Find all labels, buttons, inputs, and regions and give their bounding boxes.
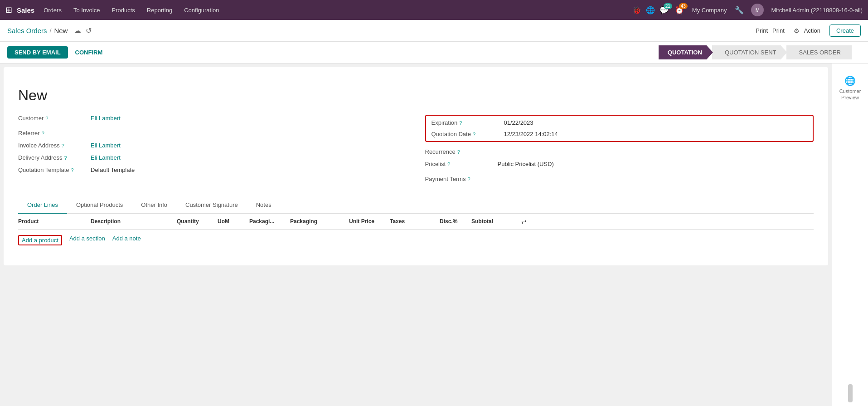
invoice-address-label: Invoice Address ? (18, 142, 91, 149)
customer-help[interactable]: ? (45, 116, 48, 121)
clock-icon-wrapper[interactable]: ⏰ 43 (675, 6, 684, 15)
pricelist-help[interactable]: ? (447, 161, 450, 167)
reset-icon[interactable]: ↺ (86, 26, 92, 35)
clock-badge: 43 (679, 3, 688, 9)
recurrence-help[interactable]: ? (457, 149, 460, 155)
expiration-help[interactable]: ? (459, 120, 462, 126)
payment-terms-value[interactable] (498, 173, 814, 181)
add-section-link[interactable]: Add a section (69, 235, 105, 245)
status-bar: QUOTATION QUOTATION SENT SALES ORDER (659, 45, 852, 59)
breadcrumb-bar: Sales Orders / New ☁ ↺ Print Print ⚙ Act… (0, 20, 868, 42)
col-unit-price: Unit Price (349, 218, 390, 225)
nav-products[interactable]: Products (107, 5, 139, 15)
action-bar: SEND BY EMAIL CONFIRM QUOTATION QUOTATIO… (0, 42, 868, 64)
nav-configuration[interactable]: Configuration (179, 5, 223, 15)
breadcrumb: Sales Orders / New ☁ ↺ (7, 26, 756, 35)
status-quotation-sent[interactable]: QUOTATION SENT (712, 45, 787, 59)
sidebar: 🌐 CustomerPreview (832, 64, 868, 406)
print-button[interactable]: Print (756, 27, 768, 34)
quotation-template-value[interactable]: Default Template (91, 166, 407, 173)
recurrence-label: Recurrence ? (425, 148, 498, 155)
delivery-address-label: Delivery Address ? (18, 154, 91, 161)
referrer-value[interactable] (91, 127, 407, 135)
tab-customer-signature[interactable]: Customer Signature (176, 197, 247, 214)
table-action-row: Add a product Add a section Add a note (18, 230, 814, 251)
user-name: Mitchell Admin (22118808-16-0-all) (771, 7, 863, 14)
field-delivery-address: Delivery Address ? Eli Lambert (18, 154, 407, 161)
field-customer: Customer ? Eli Lambert (18, 115, 407, 122)
gear-icon: ⚙ (794, 27, 800, 34)
highlighted-date-box: Expiration ? 01/22/2023 Quotation Date ? (425, 115, 814, 142)
add-product-link[interactable]: Add a product (18, 235, 62, 245)
status-quotation[interactable]: QUOTATION (659, 45, 713, 59)
action-label[interactable]: Action (804, 27, 820, 34)
add-note-link[interactable]: Add a note (112, 235, 141, 245)
form-left: Customer ? Eli Lambert Referrer ? (18, 115, 407, 188)
delivery-address-value[interactable]: Eli Lambert (91, 154, 407, 161)
invoice-address-value[interactable]: Eli Lambert (91, 142, 407, 149)
status-sales-order[interactable]: SALES ORDER (786, 45, 852, 59)
recurrence-value[interactable] (498, 146, 814, 154)
quotation-template-help[interactable]: ? (71, 167, 74, 173)
scrollbar[interactable] (848, 384, 853, 402)
customer-label: Customer ? (18, 115, 91, 122)
create-button[interactable]: Create (829, 24, 861, 37)
col-settings-icon[interactable]: ⇄ (521, 218, 535, 225)
pricelist-value[interactable]: Public Pricelist (USD) (498, 161, 814, 167)
referrer-label: Referrer ? (18, 130, 91, 137)
tab-order-lines[interactable]: Order Lines (18, 197, 67, 214)
brand-label: Sales (17, 6, 34, 14)
wrench-icon[interactable]: 🔧 (735, 6, 744, 15)
col-subtotal: Subtotal (471, 218, 521, 225)
field-payment-terms: Payment Terms ? (425, 173, 814, 182)
nav-to-invoice[interactable]: To Invoice (69, 5, 105, 15)
send-by-email-button[interactable]: SEND BY EMAIL (7, 46, 68, 59)
breadcrumb-current: New (54, 27, 68, 34)
print-label[interactable]: Print (772, 27, 785, 34)
form-container: New Customer ? Eli Lambert (4, 76, 828, 265)
top-nav-icons: 🐞 🌐 💬 21 ⏰ 43 My Company 🔧 M Mitchell Ad… (632, 4, 863, 16)
breadcrumb-parent[interactable]: Sales Orders (7, 27, 47, 34)
col-disc: Disc.% (440, 218, 471, 225)
referrer-help[interactable]: ? (42, 131, 44, 136)
col-product: Product (18, 218, 91, 225)
nav-reporting[interactable]: Reporting (142, 5, 177, 15)
payment-terms-label: Payment Terms ? (425, 176, 498, 182)
company-name: My Company (692, 7, 727, 14)
apps-icon[interactable]: ⊞ (5, 5, 12, 15)
field-quotation-template: Quotation Template ? Default Template (18, 166, 407, 173)
customer-preview-label: CustomerPreview (839, 88, 861, 101)
user-avatar[interactable]: M (751, 4, 764, 16)
globe-preview-icon: 🌐 (844, 75, 856, 86)
delivery-address-help[interactable]: ? (64, 155, 67, 161)
quotation-template-label: Quotation Template ? (18, 166, 91, 173)
customer-value[interactable]: Eli Lambert (91, 115, 407, 122)
form-title: New (18, 87, 814, 104)
chat-icon-wrapper[interactable]: 💬 21 (659, 6, 669, 15)
payment-terms-help[interactable]: ? (468, 176, 470, 182)
quotation-date-value[interactable]: 12/23/2022 14:02:14 (504, 131, 808, 137)
expiration-label: Expiration ? (432, 119, 504, 126)
form-right: Expiration ? 01/22/2023 Quotation Date ? (425, 115, 814, 188)
main-content: New Customer ? Eli Lambert (0, 64, 868, 406)
expiration-value[interactable]: 01/22/2023 (504, 119, 808, 126)
invoice-address-help[interactable]: ? (62, 143, 64, 148)
col-packaging-abbr: Packagi... (249, 218, 290, 225)
tab-bar: Order Lines Optional Products Other Info… (18, 197, 814, 214)
quotation-date-help[interactable]: ? (473, 132, 475, 137)
field-invoice-address: Invoice Address ? Eli Lambert (18, 142, 407, 149)
nav-orders[interactable]: Orders (39, 5, 66, 15)
tabs-section: Order Lines Optional Products Other Info… (18, 197, 814, 251)
customer-preview-button[interactable]: 🌐 CustomerPreview (836, 71, 865, 106)
tab-other-info[interactable]: Other Info (132, 197, 176, 214)
globe-icon[interactable]: 🌐 (646, 6, 655, 15)
col-packaging: Packaging (290, 218, 349, 225)
field-referrer: Referrer ? (18, 127, 407, 137)
breadcrumb-separator: / (50, 27, 52, 34)
confirm-button[interactable]: CONFIRM (68, 46, 110, 59)
tab-optional-products[interactable]: Optional Products (67, 197, 132, 214)
bug-icon[interactable]: 🐞 (632, 6, 641, 15)
content-area: New Customer ? Eli Lambert (0, 64, 832, 406)
save-cloud-icon[interactable]: ☁ (74, 26, 81, 35)
tab-notes[interactable]: Notes (247, 197, 281, 214)
